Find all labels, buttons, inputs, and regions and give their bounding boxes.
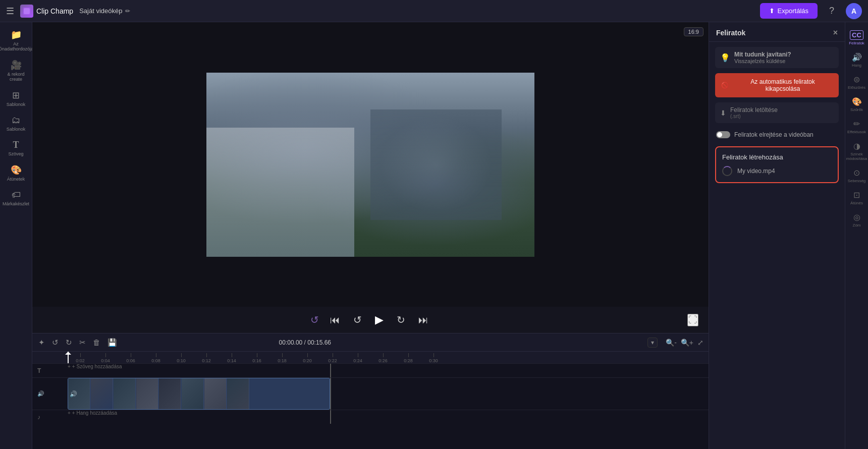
zoom-fit-button[interactable]: ⤢ <box>697 339 703 347</box>
play-button[interactable]: ▶ <box>373 311 386 328</box>
color-adjust-icon: ◑ <box>853 141 860 151</box>
right-panel-header: Feliratok × <box>709 22 845 42</box>
ruler-mark: 0:10 <box>169 353 194 363</box>
ruler-mark: 0:02 <box>68 353 93 363</box>
sidebar-item-templates[interactable]: 🗂 Sablonok <box>1 112 31 135</box>
zoom-in-button[interactable]: 🔍+ <box>681 339 693 347</box>
forward-button[interactable]: ↻ <box>395 312 407 328</box>
delete-tool[interactable]: 🗑 <box>92 337 101 348</box>
clip-thumb <box>204 378 227 409</box>
loading-row: My video.mp4 <box>722 166 832 176</box>
text-track-label: T <box>32 367 68 374</box>
sidebar-item-brand[interactable]: 🏷 Márkakészlet <box>1 187 31 209</box>
audio-track-row: ♪ + + Hang hozzáadása <box>32 410 709 424</box>
feedback-row[interactable]: 💡 Mit tudunk javítani? Visszajelzés küld… <box>715 47 839 68</box>
timeline-ruler: 0:02 0:04 0:06 0:08 0:10 0:12 0:14 0:16 … <box>32 351 709 363</box>
rewind-button[interactable]: ↺ <box>351 312 364 328</box>
loading-spinner <box>722 166 732 176</box>
text-track-content[interactable]: + + Szöveg hozzáadása <box>68 364 709 377</box>
clip-audio-icon: 🔊 <box>70 390 77 398</box>
rbar-item-filters[interactable]: ⊜ Előszűrés <box>846 72 868 93</box>
sidebar-item-content[interactable]: ⊞ Sablonok <box>1 87 31 110</box>
edit-project-icon[interactable]: ✏ <box>125 8 130 15</box>
rbar-item-transitions[interactable]: ⊡ Átünés <box>846 187 868 208</box>
skip-to-end-button[interactable]: ⏭ <box>416 312 430 328</box>
add-audio-button[interactable]: + + Hang hozzáadása <box>68 410 709 416</box>
ruler-mark: 0:26 <box>370 353 396 363</box>
redo-tool[interactable]: ↻ <box>65 337 73 348</box>
user-avatar[interactable]: A <box>846 3 862 19</box>
zoom-out-button[interactable]: 🔍- <box>666 339 677 347</box>
magnet-tool[interactable]: ✦ <box>37 337 46 348</box>
templates-icon: 🗂 <box>12 115 21 126</box>
sidebar-item-text[interactable]: T Szöveg <box>1 137 31 159</box>
timeline-playhead[interactable] <box>68 352 69 363</box>
rbar-item-captions[interactable]: CC Feliratok <box>846 27 868 48</box>
ruler-mark: 0:06 <box>118 353 143 363</box>
panel-body: 💡 Mit tudunk javítani? Visszajelzés küld… <box>709 42 845 188</box>
text-icon: T <box>13 140 19 150</box>
clip-thumb <box>91 378 113 409</box>
export-button[interactable]: ⬆ Exportálás <box>760 3 818 19</box>
cc-icon: CC <box>850 30 863 40</box>
ruler-mark: 0:20 <box>295 353 320 363</box>
controls-bar: ↺ ⏮ ↺ ▶ ↻ ⏭ ⛶ <box>32 307 709 333</box>
export-upload-icon: ⬆ <box>769 7 775 15</box>
transitions-r-icon: ⊡ <box>853 190 860 200</box>
ruler-mark: 0:28 <box>396 353 421 363</box>
effects-icon: ✏ <box>853 119 860 129</box>
project-name-text: Saját videókép <box>79 7 122 15</box>
zoom-controls: ▾ 🔍- 🔍+ ⤢ <box>647 338 703 348</box>
rbar-item-audio[interactable]: 🔊 Hang <box>846 49 868 71</box>
camera-icon: 🎥 <box>11 60 22 71</box>
captions-off-icon: 🚫 <box>721 82 729 89</box>
cut-tool[interactable]: ✂ <box>78 337 87 348</box>
audio-track-content[interactable]: + + Hang hozzáadása <box>68 410 709 424</box>
undo-tool[interactable]: ↺ <box>51 337 60 348</box>
sidebar-item-media[interactable]: 📁 Az Önadathordozója <box>1 26 31 54</box>
rbar-item-color-adj[interactable]: ◑ Színek módosítása <box>846 138 868 164</box>
topbar: ☰ Clip Champ Saját videókép ✏ ⬆ Exportál… <box>0 0 868 22</box>
captions-hide-toggle-row: Feliratok elrejtése a videóban <box>715 128 839 141</box>
fullscreen-button[interactable]: ⛶ <box>687 314 698 326</box>
app-logo-icon <box>20 5 33 18</box>
video-track-content[interactable]: 🔊 <box>68 378 709 410</box>
sidebar-item-transitions[interactable]: 🎨 Átünetek <box>1 161 31 185</box>
create-captions-card: Feliratok létrehozása My video.mp4 <box>715 146 839 183</box>
plus-icon-audio: + <box>68 410 71 416</box>
skip-to-start-button[interactable]: ⏮ <box>328 312 342 328</box>
timeline-divider <box>330 378 331 410</box>
transitions-icon: 🎨 <box>11 164 22 176</box>
left-sidebar: 📁 Az Önadathordozója 🎥 & rekord create ⊞… <box>0 22 32 449</box>
ruler-mark: 0:30 <box>421 353 446 363</box>
rbar-item-speed[interactable]: ⊙ Sebesség <box>846 165 868 186</box>
timecode-display: 00:00.00 / 00:15.66 <box>279 339 331 346</box>
rbar-item-zoom[interactable]: ◎ Zóm <box>846 209 868 231</box>
clip-thumb <box>227 378 249 409</box>
help-button[interactable]: ? <box>824 3 840 19</box>
center-area: 16:9 ↺ ⏮ ↺ ▶ ↻ ⏭ ⛶ ✦ ↺ ↻ ✂ 🗑 <box>32 22 709 449</box>
music-icon: ♪ <box>37 414 40 421</box>
project-title: Saját videókép ✏ <box>79 7 130 15</box>
auto-captions-button[interactable]: 🚫 Az automatikus feliratok kikapcsolása <box>715 73 839 97</box>
ruler-mark: 0:04 <box>93 353 118 363</box>
sidebar-item-record[interactable]: 🎥 & rekord create <box>1 57 31 85</box>
timeline-dropdown[interactable]: ▾ <box>647 338 658 348</box>
video-clip[interactable] <box>68 378 330 410</box>
clip-thumb <box>136 378 158 409</box>
preview-area: 16:9 <box>32 22 709 307</box>
download-srt-row[interactable]: ⬇ Feliratok letöltése (.srt) <box>715 102 839 123</box>
ruler-marks: 0:02 0:04 0:06 0:08 0:10 0:12 0:14 0:16 … <box>32 352 709 363</box>
timeline-divider <box>330 364 331 377</box>
save-tool[interactable]: 💾 <box>106 337 118 348</box>
rbar-item-color[interactable]: 🎨 Szűrők <box>846 94 868 115</box>
rbar-item-effects[interactable]: ✏ Effektusok <box>846 116 868 137</box>
captions-hide-toggle[interactable] <box>716 131 730 138</box>
right-icon-bar: CC Feliratok 🔊 Hang ⊜ Előszűrés 🎨 Szűrők… <box>845 22 868 449</box>
add-text-button[interactable]: + + Szöveg hozzáadása <box>68 364 709 369</box>
filters-icon: ⊜ <box>853 75 860 84</box>
menu-icon[interactable]: ☰ <box>6 6 14 17</box>
video-track-row: 🔊 <box>32 377 709 410</box>
clip-thumb <box>114 378 136 409</box>
close-panel-button[interactable]: × <box>833 28 838 37</box>
